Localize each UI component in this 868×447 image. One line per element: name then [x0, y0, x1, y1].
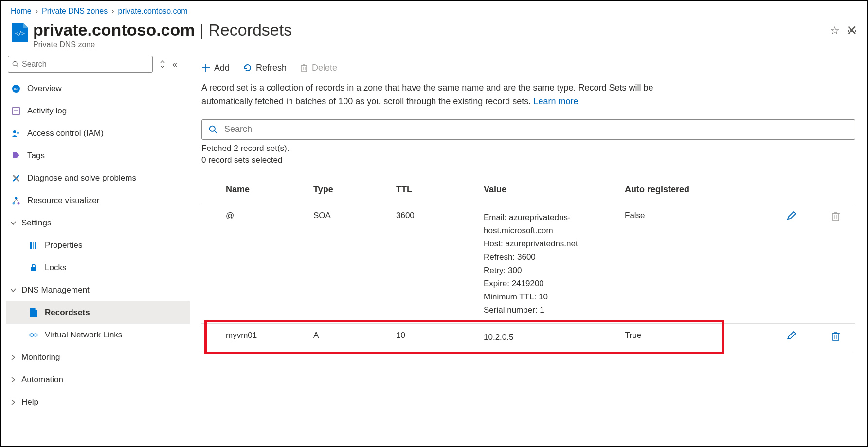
chevron-down-icon: [10, 220, 21, 226]
chevron-right-icon: [10, 376, 21, 383]
people-icon: [10, 129, 22, 138]
sidebar-item-properties[interactable]: Properties: [6, 234, 190, 257]
add-button[interactable]: Add: [201, 63, 230, 73]
sidebar-group-settings[interactable]: Settings: [6, 212, 190, 234]
svg-marker-25: [35, 308, 37, 310]
col-auto[interactable]: Auto registered: [620, 179, 722, 204]
sidebar-item-vnet-links[interactable]: Virtual Network Links: [6, 324, 190, 346]
chevron-down-icon: [10, 287, 21, 294]
svg-point-3: [13, 61, 17, 66]
plus-icon: [201, 63, 210, 72]
records-search-input[interactable]: [224, 124, 848, 134]
cell-ttl: 10: [391, 324, 479, 351]
chevron-right-icon: ›: [111, 7, 114, 16]
refresh-button[interactable]: Refresh: [243, 63, 287, 73]
fetched-count: Fetched 2 record set(s).: [201, 144, 855, 153]
svg-point-10: [13, 130, 16, 133]
svg-text:</>: </>: [15, 30, 25, 37]
description-text: A record set is a collection of records …: [201, 81, 688, 109]
trash-icon[interactable]: [831, 331, 841, 341]
edit-icon[interactable]: [786, 211, 797, 222]
page-header: </> private.contoso.com | Recordsets Pri…: [1, 18, 867, 54]
file-icon: [27, 308, 40, 317]
svg-rect-21: [33, 242, 34, 249]
sidebar-group-dns-management[interactable]: DNS Management: [6, 279, 190, 301]
trash-icon: [831, 211, 841, 222]
sidebar-search[interactable]: [8, 56, 153, 73]
svg-point-27: [34, 334, 37, 336]
lock-icon: [27, 263, 40, 272]
sidebar-item-resource-visualizer[interactable]: Resource visualizer: [6, 189, 190, 212]
svg-text:DNS: DNS: [13, 87, 20, 91]
svg-point-11: [17, 132, 19, 134]
cell-auto: False: [620, 204, 722, 324]
col-value[interactable]: Value: [479, 179, 620, 204]
sidebar-item-locks[interactable]: Locks: [6, 257, 190, 279]
chevron-right-icon: ›: [36, 7, 38, 16]
trash-icon: [300, 63, 308, 72]
breadcrumb: Home › Private DNS zones › private.conto…: [1, 1, 867, 18]
cell-ttl: 3600: [391, 204, 479, 324]
sidebar-group-help[interactable]: Help: [6, 391, 190, 413]
search-icon: [209, 125, 217, 134]
col-type[interactable]: Type: [308, 179, 391, 204]
globe-icon: DNS: [10, 84, 22, 93]
breadcrumb-home[interactable]: Home: [11, 7, 32, 16]
main-content: Add Refresh Delete A record set is a col…: [190, 54, 867, 441]
sidebar-group-monitoring[interactable]: Monitoring: [6, 346, 190, 369]
page-title: private.contoso.com | Recordsets: [33, 20, 827, 39]
svg-point-16: [13, 202, 15, 205]
search-icon: [12, 61, 19, 68]
expand-updown-icon[interactable]: [160, 60, 165, 69]
toolbar: Add Refresh Delete: [201, 54, 855, 81]
close-button[interactable]: ✕: [846, 22, 857, 38]
wrench-icon: [10, 173, 22, 183]
svg-rect-23: [31, 267, 36, 271]
svg-rect-7: [13, 108, 19, 114]
sidebar-item-activity-log[interactable]: Activity log: [6, 100, 190, 122]
recordsets-table: Name Type TTL Value Auto registered @SOA…: [201, 179, 855, 352]
edit-icon[interactable]: [786, 331, 797, 341]
cell-type: SOA: [308, 204, 391, 324]
svg-rect-20: [30, 242, 32, 249]
cell-value: 10.2.0.5: [479, 324, 620, 351]
records-search[interactable]: [201, 119, 855, 140]
svg-rect-22: [35, 242, 36, 249]
sidebar-group-automation[interactable]: Automation: [6, 369, 190, 391]
col-ttl[interactable]: TTL: [391, 179, 479, 204]
svg-point-35: [210, 126, 215, 131]
dns-zone-icon: </>: [11, 23, 29, 42]
cell-type: A: [308, 324, 391, 351]
hierarchy-icon: [10, 196, 22, 205]
breadcrumb-zones[interactable]: Private DNS zones: [42, 7, 108, 16]
sidebar-item-overview[interactable]: DNS Overview: [6, 77, 190, 100]
refresh-icon: [243, 63, 252, 72]
favorite-star-icon[interactable]: ☆: [830, 24, 840, 37]
chevron-right-icon: [10, 354, 21, 361]
table-row[interactable]: myvm01A1010.2.0.5True: [201, 324, 855, 351]
cell-value: Email: azureprivatedns-host.microsoft.co…: [479, 204, 620, 324]
sidebar-search-input[interactable]: [22, 60, 148, 69]
breadcrumb-zone[interactable]: private.contoso.com: [118, 7, 188, 16]
svg-line-36: [215, 131, 217, 133]
sidebar-item-iam[interactable]: Access control (IAM): [6, 122, 190, 145]
sidebar-item-diagnose[interactable]: Diagnose and solve problems: [6, 167, 190, 189]
table-row[interactable]: @SOA3600Email: azureprivatedns-host.micr…: [201, 204, 855, 324]
col-name[interactable]: Name: [221, 179, 308, 204]
svg-point-15: [15, 197, 18, 200]
svg-rect-37: [833, 214, 839, 221]
svg-line-19: [16, 199, 18, 202]
svg-rect-42: [833, 334, 839, 340]
selected-count: 0 record sets selected: [201, 155, 855, 165]
sidebar-item-tags[interactable]: Tags: [6, 145, 190, 167]
sidebar-item-recordsets[interactable]: Recordsets: [6, 301, 190, 324]
cell-name: myvm01: [221, 324, 308, 351]
svg-marker-1: [23, 23, 28, 28]
svg-point-17: [18, 202, 20, 205]
learn-more-link[interactable]: Learn more: [533, 96, 578, 106]
svg-line-18: [14, 199, 16, 202]
page-subtitle: Private DNS zone: [33, 40, 827, 49]
svg-rect-30: [302, 66, 307, 72]
collapse-sidebar-icon[interactable]: «: [172, 59, 177, 70]
delete-button: Delete: [300, 63, 337, 73]
